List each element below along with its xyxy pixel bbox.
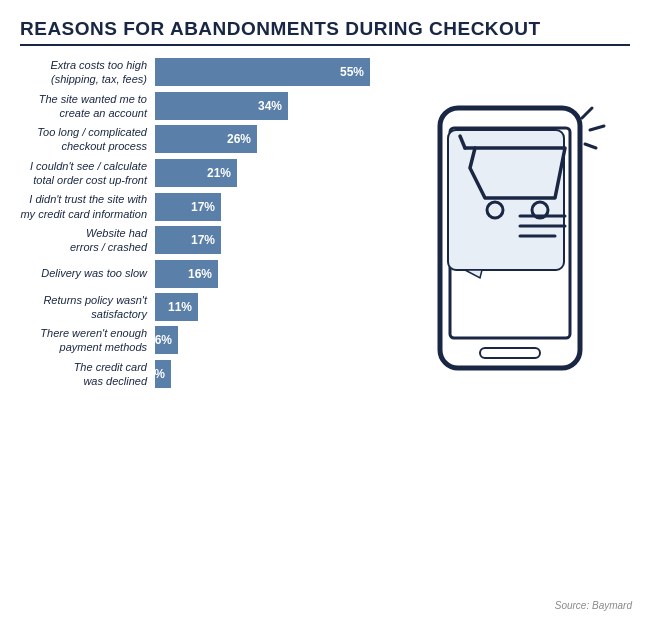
infographic-container: REASONS FOR ABANDONMENTS DURING CHECKOUT… [0, 0, 650, 619]
bar-label: Returns policy wasn'tsatisfactory [20, 293, 155, 322]
bar-row: The site wanted me tocreate an account34… [20, 92, 390, 121]
bar-percentage: 17% [191, 233, 215, 247]
bar-label: I didn't trust the site withmy credit ca… [20, 192, 155, 221]
bar-row: Delivery was too slow16% [20, 260, 390, 288]
bar-percentage: 34% [258, 99, 282, 113]
bars-section: Extra costs too high(shipping, tax, fees… [20, 58, 390, 448]
bar-fill: 11% [155, 293, 198, 321]
bar-container: 26% [155, 125, 390, 153]
bar-fill: 4% [155, 360, 171, 388]
svg-line-10 [582, 108, 592, 118]
svg-rect-3 [448, 130, 564, 270]
bar-row: The credit cardwas declined4% [20, 360, 390, 389]
bar-percentage: 11% [168, 300, 192, 314]
bar-label: Too long / complicatedcheckout process [20, 125, 155, 154]
bar-percentage: 16% [188, 267, 212, 281]
chart-title: REASONS FOR ABANDONMENTS DURING CHECKOUT [20, 18, 630, 40]
bar-label: Extra costs too high(shipping, tax, fees… [20, 58, 155, 87]
bar-row: Too long / complicatedcheckout process26… [20, 125, 390, 154]
bar-container: 17% [155, 226, 390, 254]
title-underline [20, 44, 630, 46]
bar-container: 34% [155, 92, 390, 120]
phone-illustration [390, 58, 630, 448]
bar-container: 21% [155, 159, 390, 187]
bar-fill: 6% [155, 326, 178, 354]
bar-percentage: 4% [148, 367, 165, 381]
svg-marker-4 [465, 270, 482, 278]
bar-row: I didn't trust the site withmy credit ca… [20, 192, 390, 221]
bar-container: 55% [155, 58, 390, 86]
bar-fill: 26% [155, 125, 257, 153]
bar-fill: 16% [155, 260, 218, 288]
bar-container: 17% [155, 193, 390, 221]
bar-fill: 21% [155, 159, 237, 187]
bar-container: 16% [155, 260, 390, 288]
bar-label: There weren't enoughpayment methods [20, 326, 155, 355]
bar-percentage: 6% [155, 333, 172, 347]
bar-row: Extra costs too high(shipping, tax, fees… [20, 58, 390, 87]
bar-container: 6% [155, 326, 390, 354]
svg-rect-2 [480, 348, 540, 358]
bar-percentage: 55% [340, 65, 364, 79]
bar-fill: 17% [155, 193, 221, 221]
bar-percentage: 21% [207, 166, 231, 180]
bar-label: Delivery was too slow [20, 266, 155, 280]
bar-percentage: 26% [227, 132, 251, 146]
bar-row: Website haderrors / crashed17% [20, 226, 390, 255]
bar-container: 4% [155, 360, 390, 388]
svg-line-11 [590, 126, 604, 130]
bar-row: There weren't enoughpayment methods6% [20, 326, 390, 355]
bar-label: The site wanted me tocreate an account [20, 92, 155, 121]
bar-fill: 17% [155, 226, 221, 254]
bar-fill: 55% [155, 58, 370, 86]
svg-line-12 [585, 144, 596, 148]
bar-row: I couldn't see / calculatetotal order co… [20, 159, 390, 188]
source-label: Source: Baymard [555, 600, 632, 611]
bar-percentage: 17% [191, 200, 215, 214]
chart-area: Extra costs too high(shipping, tax, fees… [20, 58, 630, 448]
bar-container: 11% [155, 293, 390, 321]
bar-label: The credit cardwas declined [20, 360, 155, 389]
bar-label: Website haderrors / crashed [20, 226, 155, 255]
bar-fill: 34% [155, 92, 288, 120]
bar-label: I couldn't see / calculatetotal order co… [20, 159, 155, 188]
bar-row: Returns policy wasn'tsatisfactory11% [20, 293, 390, 322]
